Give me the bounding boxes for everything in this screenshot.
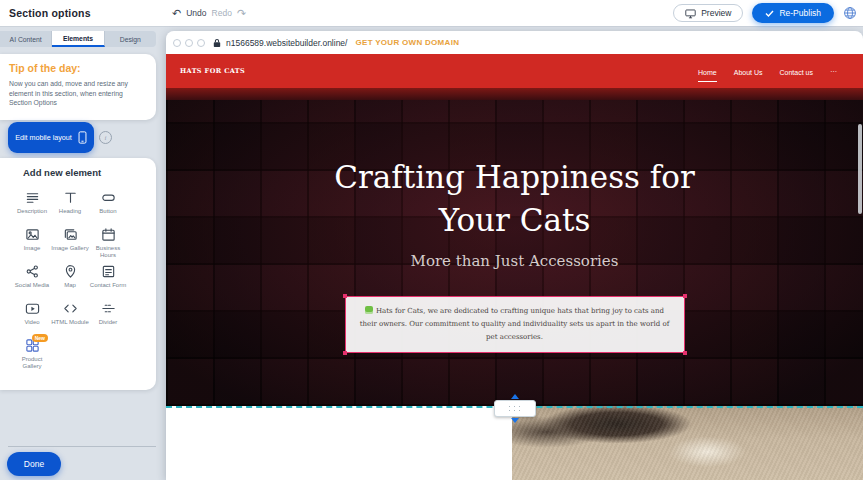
edit-mobile-label: Edit mobile layout	[15, 133, 72, 142]
get-domain-link[interactable]: GET YOUR OWN DOMAIN	[355, 38, 459, 47]
section-resize-handle[interactable]	[494, 400, 536, 417]
preview-button[interactable]: Preview	[673, 4, 743, 22]
new-badge: New	[32, 334, 48, 342]
add-element-heading[interactable]: Heading	[51, 186, 89, 223]
tab-elements[interactable]: Elements	[52, 31, 104, 47]
hero-heading-line1: Crafting Happiness for	[166, 156, 863, 199]
browser-dots-icon	[173, 39, 205, 47]
done-button[interactable]: Done	[7, 452, 61, 476]
page-title: Section options	[9, 7, 91, 19]
browser-bar: n1566589.websitebuilder.online/ GET YOUR…	[166, 31, 863, 54]
undo-button[interactable]: Undo	[186, 8, 206, 18]
undo-icon[interactable]: ↶	[172, 8, 181, 18]
top-bar: Section options ↶ Undo Redo ↷ Preview Re…	[0, 0, 863, 26]
selection-handle[interactable]	[343, 351, 347, 355]
selection-handle[interactable]	[683, 351, 687, 355]
element-label: Heading	[59, 208, 81, 215]
business-hours-icon	[101, 227, 116, 242]
add-element-product-gallery[interactable]: New Product Gallery	[13, 334, 51, 371]
form-icon	[101, 264, 116, 279]
element-label: Social Media	[15, 282, 49, 289]
add-element-image-gallery[interactable]: Image Gallery	[51, 223, 89, 260]
image-placeholder-icon	[365, 306, 373, 314]
tab-design[interactable]: Design	[105, 31, 156, 47]
site-url: n1566589.websitebuilder.online/	[226, 38, 347, 48]
add-element-map[interactable]: Map	[51, 260, 89, 297]
element-label: Image Gallery	[51, 245, 88, 252]
image-gallery-icon	[63, 227, 78, 242]
sidebar-tabs: AI Content Elements Design	[0, 31, 156, 47]
nav-item-home[interactable]: Home	[698, 60, 717, 83]
hero-paragraph-text: Hats for Cats, we are dedicated to craft…	[360, 307, 670, 341]
section-end-line	[166, 406, 863, 408]
drag-dots-icon	[507, 405, 522, 413]
hero-section[interactable]: Crafting Happiness for Your Cats More th…	[166, 100, 863, 406]
tip-body: Now you can add, move and resize any ele…	[9, 79, 146, 108]
image-icon	[25, 227, 40, 242]
text-lines-icon	[25, 190, 40, 205]
video-icon	[25, 301, 40, 316]
cat-photo	[512, 406, 863, 480]
element-label: Video	[24, 319, 39, 326]
map-pin-icon	[63, 264, 78, 279]
arrow-down-icon	[511, 418, 519, 423]
selection-handle[interactable]	[343, 294, 347, 298]
add-element-html-module[interactable]: HTML Module	[51, 297, 89, 334]
info-icon[interactable]: i	[99, 131, 112, 144]
site-logo[interactable]: HATS FOR CATS	[180, 67, 245, 75]
add-element-description[interactable]: Description	[13, 186, 51, 223]
add-element-social-media[interactable]: Social Media	[13, 260, 51, 297]
hero-heading-line2: Your Cats	[166, 199, 863, 242]
add-element-image[interactable]: Image	[13, 223, 51, 260]
button-icon	[101, 190, 116, 205]
add-element-divider[interactable]: Divider	[89, 297, 127, 334]
site-canvas: HATS FOR CATS Home About Us Contact us ⋯…	[166, 54, 863, 480]
add-element-title: Add new element	[0, 158, 156, 178]
preview-label: Preview	[701, 8, 731, 18]
code-icon	[63, 301, 78, 316]
site-header: HATS FOR CATS Home About Us Contact us ⋯	[166, 54, 863, 88]
divider-icon	[101, 301, 116, 316]
header-shade	[166, 88, 863, 100]
lock-icon	[213, 38, 221, 48]
add-element-contact-form[interactable]: Contact Form	[89, 260, 127, 297]
element-label: Business Hours	[89, 245, 127, 259]
scrollbar-thumb[interactable]	[858, 124, 862, 214]
share-icon	[25, 264, 40, 279]
heading-icon	[63, 190, 78, 205]
nav-item-about[interactable]: About Us	[734, 60, 763, 83]
tip-title: Tip of the day:	[9, 62, 146, 74]
add-element-button[interactable]: Button	[89, 186, 127, 223]
element-label: Product Gallery	[13, 356, 51, 370]
check-icon	[765, 10, 774, 17]
monitor-icon	[685, 8, 696, 19]
add-element-video[interactable]: Video	[13, 297, 51, 334]
element-label: Map	[64, 282, 76, 289]
hero-subheading: More than Just Accessories	[166, 252, 863, 270]
element-label: Divider	[99, 319, 118, 326]
element-label: Contact Form	[90, 282, 126, 289]
redo-button[interactable]: Redo	[212, 8, 232, 18]
selection-handle[interactable]	[683, 294, 687, 298]
element-label: Image	[24, 245, 41, 252]
selected-paragraph-box[interactable]: Hats for Cats, we are dedicated to craft…	[345, 296, 685, 353]
element-label: Description	[17, 208, 47, 215]
add-element-panel: Add new element Description Heading Butt…	[0, 158, 156, 390]
site-nav: Home About Us Contact us ⋯	[698, 59, 837, 83]
element-grid: Description Heading Button Image Image G…	[13, 186, 127, 371]
republish-button[interactable]: Re-Publish	[752, 3, 834, 23]
add-element-business-hours[interactable]: Business Hours	[89, 223, 127, 260]
tab-ai-content[interactable]: AI Content	[0, 31, 52, 47]
nav-item-contact[interactable]: Contact us	[780, 60, 813, 83]
site-preview-frame: n1566589.websitebuilder.online/ GET YOUR…	[166, 31, 863, 480]
republish-label: Re-Publish	[779, 8, 821, 18]
element-label: HTML Module	[51, 319, 88, 326]
globe-icon[interactable]	[843, 6, 857, 20]
sidebar-divider	[8, 446, 156, 447]
arrow-up-icon	[511, 394, 519, 399]
nav-more-icon[interactable]: ⋯	[830, 59, 837, 83]
edit-mobile-layout-button[interactable]: Edit mobile layout	[8, 122, 94, 153]
redo-icon[interactable]: ↷	[237, 8, 246, 18]
tip-card: Tip of the day: Now you can add, move an…	[0, 54, 156, 120]
phone-icon	[78, 131, 87, 144]
